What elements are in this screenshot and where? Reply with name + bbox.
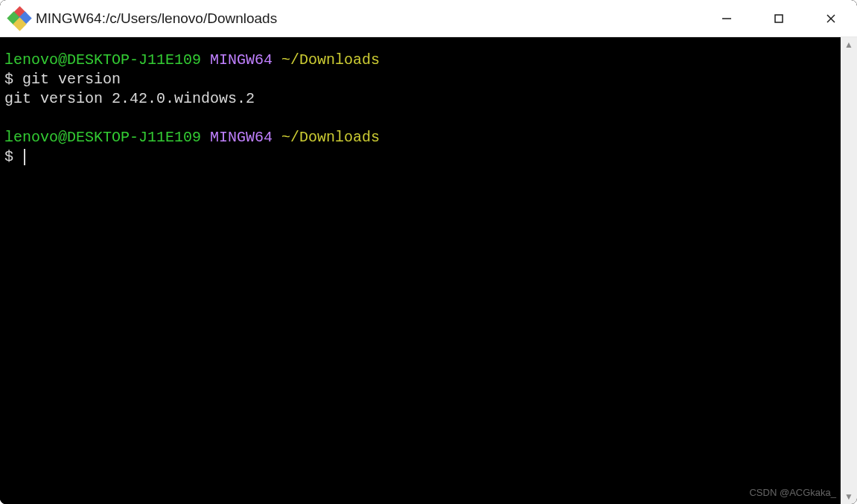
terminal-window: MINGW64:/c/Users/lenovo/Downloads lenovo… — [0, 0, 857, 504]
prompt-env: MINGW64 — [210, 129, 273, 146]
git-bash-icon — [9, 8, 30, 29]
command-output: git version 2.42.0.windows.2 — [4, 90, 255, 107]
prompt-path: ~/Downloads — [281, 51, 380, 68]
prompt-symbol: $ — [4, 71, 13, 88]
prompt-user-host: lenovo@DESKTOP-J11E109 — [4, 129, 201, 146]
terminal-content[interactable]: lenovo@DESKTOP-J11E109 MINGW64 ~/Downloa… — [0, 37, 841, 504]
command-text: git version — [22, 71, 121, 88]
watermark-text: CSDN @ACGkaka_ — [749, 487, 836, 498]
cursor-icon — [24, 149, 25, 165]
prompt-path: ~/Downloads — [281, 129, 380, 146]
prompt-symbol: $ — [4, 148, 13, 165]
prompt-user-host: lenovo@DESKTOP-J11E109 — [4, 51, 201, 68]
scrollbar[interactable]: ▲ ▼ — [841, 37, 857, 504]
titlebar[interactable]: MINGW64:/c/Users/lenovo/Downloads — [0, 0, 857, 37]
prompt-env: MINGW64 — [210, 51, 273, 68]
scroll-down-icon[interactable]: ▼ — [844, 492, 853, 501]
close-button[interactable] — [805, 0, 857, 36]
scroll-up-icon[interactable]: ▲ — [844, 40, 853, 49]
window-controls — [701, 0, 857, 36]
maximize-button[interactable] — [753, 0, 805, 36]
svg-rect-1 — [775, 15, 783, 22]
window-title: MINGW64:/c/Users/lenovo/Downloads — [36, 10, 277, 27]
terminal-area: lenovo@DESKTOP-J11E109 MINGW64 ~/Downloa… — [0, 37, 857, 504]
minimize-button[interactable] — [701, 0, 753, 36]
